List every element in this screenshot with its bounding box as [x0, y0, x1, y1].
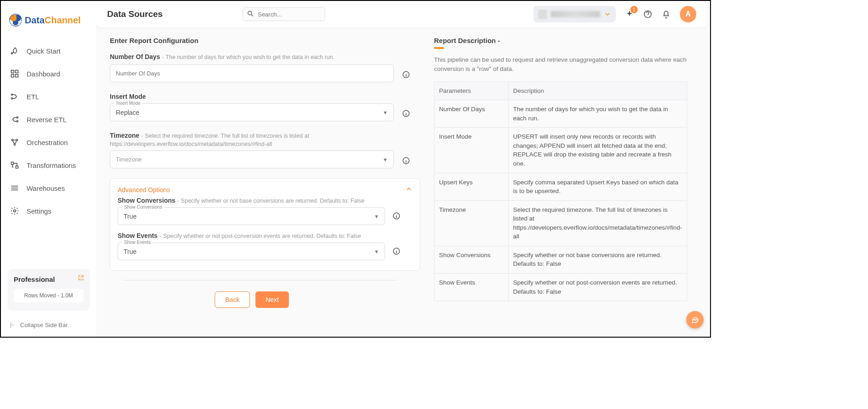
nav-dashboard[interactable]: Dashboard: [1, 62, 96, 85]
sidebar-nav: Quick Start Dashboard ETL Reverse ETL: [1, 37, 96, 264]
svg-rect-3: [16, 75, 18, 77]
back-button[interactable]: Back: [215, 291, 250, 308]
nav-orchestration[interactable]: Orchestration: [1, 131, 96, 154]
sparkle-icon[interactable]: 1: [625, 10, 634, 19]
svg-point-6: [16, 117, 18, 118]
table-header-parameters: Parameters: [434, 82, 509, 100]
advanced-options-panel: Advanced Options Show Conversions - Spec…: [110, 178, 420, 271]
nav-warehouses[interactable]: Warehouses: [1, 177, 96, 199]
brand-logo[interactable]: DataChannel: [1, 1, 96, 37]
param-name: Insert Mode: [434, 128, 509, 173]
nav-label: Settings: [27, 207, 51, 215]
nav-label: ETL: [27, 93, 39, 101]
show-conversions-select[interactable]: True ▼: [118, 207, 385, 225]
accent-bar: [434, 47, 444, 49]
insert-mode-select[interactable]: Replace ▼: [110, 103, 394, 121]
info-icon[interactable]: [392, 247, 401, 255]
param-desc: Specify whether or not post-conversion e…: [508, 274, 687, 301]
float-label: Show Events: [122, 240, 152, 245]
param-name: Show Conversions: [434, 246, 509, 273]
plan-card: Professional Rows Moved - 1.0M: [7, 269, 90, 311]
topbar: Data Sources 1: [96, 1, 707, 27]
next-button[interactable]: Next: [255, 291, 289, 308]
brand-logo-text: DataChannel: [25, 15, 81, 26]
info-icon[interactable]: [392, 212, 401, 220]
param-name: Show Events: [434, 274, 509, 301]
divider: [123, 280, 397, 280]
table-row: TimezoneSelect the required timezone. Th…: [434, 200, 687, 246]
field-hint: - The number of days for which you wish …: [162, 54, 334, 60]
param-name: Number Of Days: [434, 100, 509, 128]
collapse-sidebar-button[interactable]: Collapse Side Bar: [1, 315, 96, 337]
field-timezone: Timezone - Select the required timezone.…: [110, 131, 420, 168]
param-desc: Select the required timezone. The full l…: [508, 200, 687, 246]
field-label: Show Events: [118, 232, 157, 239]
svg-rect-11: [11, 162, 14, 164]
plan-name: Professional: [14, 275, 83, 283]
nav-transformations[interactable]: Transformations: [1, 154, 96, 177]
bell-icon[interactable]: [662, 10, 671, 19]
nav-reverse-etl[interactable]: Reverse ETL: [1, 108, 96, 131]
form-section-title: Enter Report Configuration: [110, 37, 420, 44]
info-icon[interactable]: [402, 70, 410, 79]
nav-etl[interactable]: ETL: [1, 85, 96, 108]
help-icon[interactable]: [643, 10, 652, 19]
field-number-of-days: Number Of Days - The number of days for …: [110, 53, 420, 82]
nav-label: Warehouses: [27, 184, 65, 192]
notification-badge: 1: [630, 6, 638, 13]
caret-down-icon: ▼: [383, 110, 388, 115]
timezone-select[interactable]: Timezone ▼: [110, 151, 394, 168]
field-hint: - Specify whether or not base conversion…: [177, 198, 364, 204]
dashboard-icon: [10, 69, 19, 78]
caret-down-icon: ▼: [374, 214, 379, 219]
transformations-icon: [10, 161, 19, 170]
nav-label: Quick Start: [27, 47, 60, 55]
nav-settings[interactable]: Settings: [1, 199, 96, 222]
param-name: Timezone: [434, 200, 509, 246]
field-show-events: Show Events - Specify whether or not pos…: [118, 231, 412, 260]
parameters-table: Parameters Description Number Of DaysThe…: [434, 81, 687, 301]
svg-point-5: [11, 98, 13, 99]
svg-rect-1: [16, 70, 18, 73]
svg-point-21: [694, 319, 694, 320]
nav-quick-start[interactable]: Quick Start: [1, 39, 96, 62]
caret-down-icon: ▼: [374, 249, 379, 254]
reverse-etl-icon: [10, 115, 19, 124]
svg-point-10: [14, 144, 15, 145]
chevron-down-icon: [604, 11, 611, 18]
param-name: Upsert Keys: [434, 173, 509, 200]
sidebar: DataChannel Quick Start Dashboard ETL: [1, 1, 96, 337]
field-hint: - Specify whether or not post-conversion…: [160, 233, 361, 239]
collapse-advanced-icon[interactable]: [405, 185, 412, 193]
show-events-select[interactable]: True ▼: [118, 242, 385, 260]
nav-label: Reverse ETL: [27, 116, 67, 124]
report-description-title: Report Description -: [434, 37, 687, 44]
field-label: Number Of Days: [110, 53, 160, 60]
table-row: Show EventsSpecify whether or not post-c…: [434, 274, 687, 301]
chat-fab[interactable]: [686, 311, 704, 328]
table-header-description: Description: [508, 82, 687, 100]
report-description-text: This pipeline can be used to request and…: [434, 55, 687, 73]
float-label: Show Conversions: [122, 204, 164, 210]
field-show-conversions: Show Conversions - Specify whether or no…: [118, 196, 412, 225]
field-label: Insert Mode: [110, 93, 146, 100]
svg-point-8: [11, 139, 13, 140]
svg-point-4: [11, 94, 13, 95]
search-input[interactable]: [243, 7, 325, 21]
info-icon[interactable]: [402, 109, 410, 118]
info-icon[interactable]: [402, 156, 410, 165]
account-icon: [538, 10, 547, 19]
open-external-icon[interactable]: [78, 274, 84, 281]
user-avatar[interactable]: A: [680, 6, 696, 22]
svg-point-9: [16, 139, 17, 140]
nav-label: Orchestration: [27, 139, 68, 146]
field-insert-mode: Insert Mode Insert Mode Replace ▼: [110, 92, 420, 121]
account-dropdown[interactable]: [533, 6, 616, 22]
svg-point-14: [248, 11, 252, 15]
brand-logo-icon: [9, 14, 22, 27]
advanced-options-title: Advanced Options: [118, 186, 412, 194]
number-of-days-input[interactable]: [110, 65, 394, 82]
svg-point-7: [16, 121, 18, 122]
plan-rows-moved: Rows Moved - 1.0M: [14, 289, 83, 302]
svg-rect-12: [16, 166, 18, 168]
